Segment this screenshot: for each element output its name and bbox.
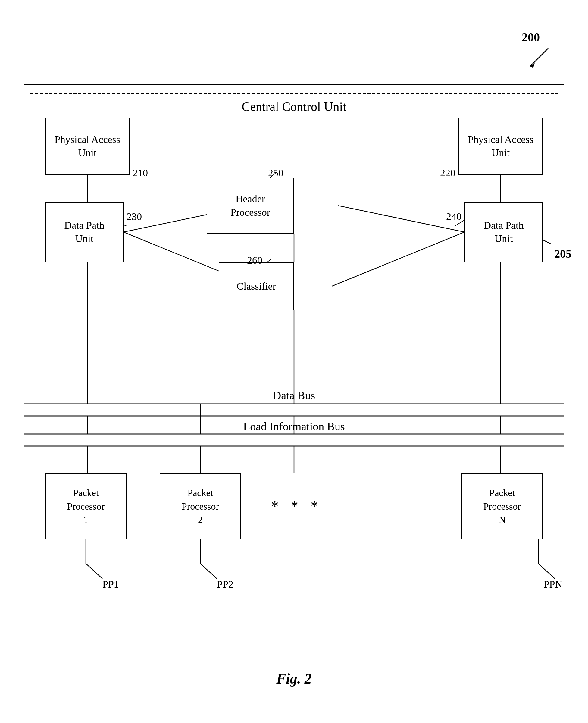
fig-label: Fig. 2	[0, 670, 588, 687]
ref-210: 210	[132, 167, 148, 179]
ref-220: 220	[440, 167, 456, 179]
pau-left-box: Physical AccessUnit	[45, 118, 129, 175]
lib-label: Load Information Bus	[0, 420, 588, 433]
svg-line-25	[86, 563, 102, 579]
ref-205: 205	[554, 247, 571, 261]
ref-260: 260	[247, 255, 262, 266]
svg-line-17	[332, 232, 464, 286]
pau-left-label: Physical AccessUnit	[55, 133, 120, 160]
pp1-box: PacketProcessor1	[45, 473, 127, 539]
svg-line-30	[530, 48, 548, 66]
pp2-label: PacketProcessor2	[182, 486, 219, 526]
ccu-label: Central Control Unit	[0, 100, 588, 114]
pau-right-box: Physical AccessUnit	[459, 118, 543, 175]
pp2-callout: PP2	[217, 579, 233, 590]
classifier-label: Classifier	[237, 280, 276, 293]
data-bus-label: Data Bus	[0, 389, 588, 402]
header-proc-box: HeaderProcessor	[207, 178, 294, 233]
ref-250: 250	[268, 167, 284, 179]
ppn-callout: PPN	[544, 579, 562, 590]
ppn-label: PacketProcessorN	[483, 486, 521, 526]
svg-line-16	[338, 206, 464, 232]
dpu-left-box: Data PathUnit	[45, 202, 124, 262]
dpu-right-box: Data PathUnit	[464, 202, 543, 262]
dpu-right-label: Data PathUnit	[483, 219, 524, 245]
classifier-box: Classifier	[219, 262, 294, 310]
dpu-left-label: Data PathUnit	[64, 219, 104, 245]
pp2-box: PacketProcessor2	[160, 473, 241, 539]
ppn-box: PacketProcessorN	[461, 473, 543, 539]
pp1-label: PacketProcessor1	[67, 486, 105, 526]
header-proc-label: HeaderProcessor	[230, 192, 270, 219]
ellipsis: * * *	[271, 497, 322, 515]
svg-line-27	[200, 563, 217, 579]
pau-right-label: Physical AccessUnit	[468, 133, 533, 160]
svg-line-29	[538, 563, 555, 579]
svg-marker-31	[530, 63, 535, 68]
pp1-callout: PP1	[102, 579, 119, 590]
ref-230: 230	[127, 211, 142, 222]
ref-240: 240	[446, 211, 461, 222]
ref-200: 200	[522, 30, 540, 44]
